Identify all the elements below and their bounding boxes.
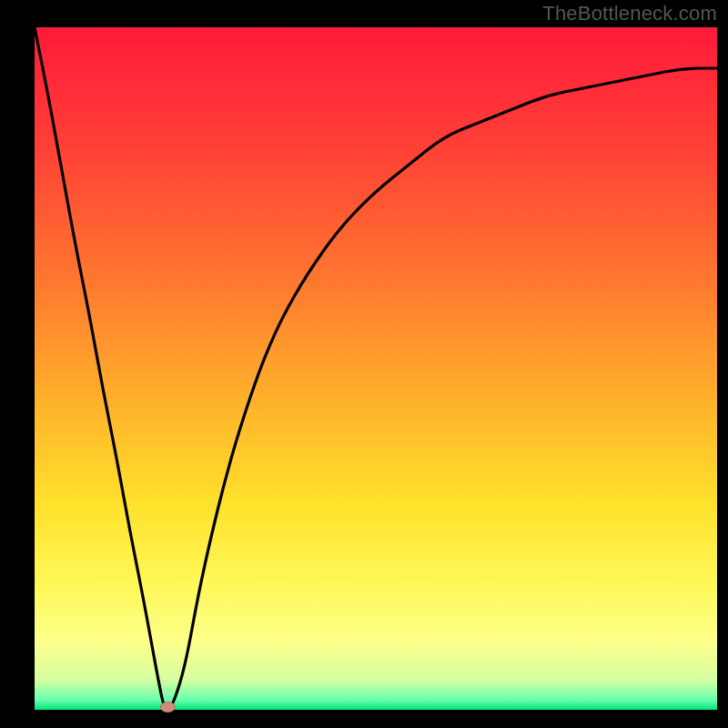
optimum-marker bbox=[160, 703, 175, 713]
gradient-background bbox=[35, 27, 717, 710]
watermark-text: TheBottleneck.com bbox=[542, 2, 717, 25]
bottleneck-chart bbox=[0, 0, 728, 728]
chart-frame: TheBottleneck.com bbox=[0, 0, 728, 728]
